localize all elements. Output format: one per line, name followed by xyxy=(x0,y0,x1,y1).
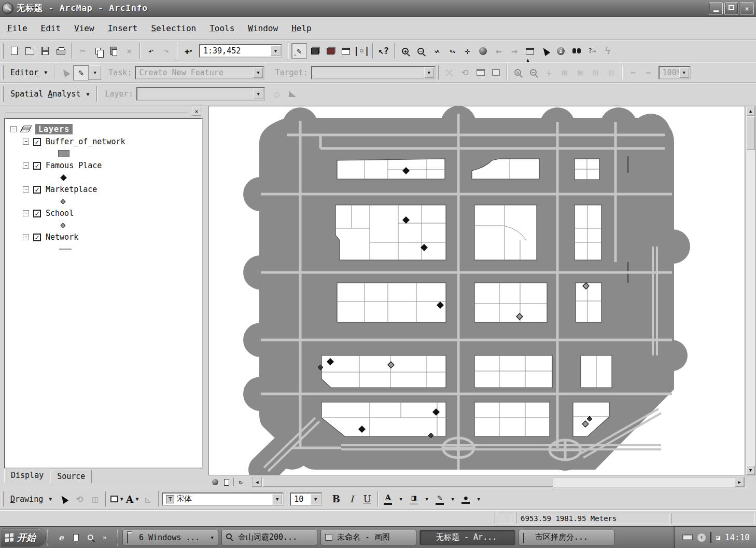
find-icon[interactable] xyxy=(569,43,584,59)
pan-icon[interactable]: ✛ xyxy=(460,43,475,59)
layer-name[interactable]: Network xyxy=(46,232,78,242)
font-size-combo[interactable]: 10 ▼ xyxy=(290,492,322,506)
layer-checkbox[interactable]: ✓ xyxy=(33,162,41,170)
font-color-dropdown-icon[interactable]: ▼ xyxy=(395,491,407,507)
map-canvas[interactable] xyxy=(208,106,745,475)
layer-name[interactable]: Marketplace xyxy=(46,185,97,194)
toc-layer-buffer[interactable]: − ✓ Buffer_of_network xyxy=(23,135,202,148)
map-vertical-scrollbar[interactable]: ▲ ▼ xyxy=(746,106,755,475)
start-button[interactable]: 开始 xyxy=(1,529,45,546)
scroll-up-icon[interactable]: ▲ xyxy=(746,106,755,116)
marker-color-dropdown-icon[interactable]: ▼ xyxy=(472,491,485,507)
menu-help[interactable]: Help xyxy=(291,23,312,33)
taskbar-task-arcmap-active[interactable]: 无标题 - Ar... xyxy=(419,530,515,545)
print-icon[interactable] xyxy=(53,43,68,59)
volume-icon[interactable]: ◪ xyxy=(716,533,720,541)
italic-button[interactable]: I xyxy=(344,491,359,507)
collapse-icon[interactable]: − xyxy=(23,139,29,145)
refresh-view-icon[interactable]: ↻ xyxy=(236,477,245,487)
hyperlink-icon[interactable]: ϟ xyxy=(600,43,615,59)
taskbar-task-windows-group[interactable]: 6 Windows ... ▼ xyxy=(122,530,218,545)
menu-selection[interactable]: Selection xyxy=(151,23,196,33)
restore-button[interactable] xyxy=(724,2,738,15)
toolbar-grip[interactable] xyxy=(2,65,4,79)
font-dropdown-icon[interactable]: ▼ xyxy=(272,494,282,504)
layer-name[interactable]: School xyxy=(46,209,74,218)
internet-explorer-icon[interactable]: e xyxy=(56,532,66,543)
toolbar-grip[interactable] xyxy=(2,43,4,58)
fixed-zoom-out-icon[interactable]: ↖↘ xyxy=(444,43,460,59)
map-horizontal-scrollbar[interactable]: ◀ ▶ xyxy=(252,477,745,487)
open-icon[interactable] xyxy=(22,43,37,59)
zoom-in-icon[interactable]: + xyxy=(398,43,413,59)
font-color-button[interactable]: A xyxy=(381,491,395,507)
toc-layer-school[interactable]: − ✓ School xyxy=(23,207,202,220)
tab-source[interactable]: Source xyxy=(50,470,92,483)
layer-name[interactable]: Buffer_of_network xyxy=(46,137,125,146)
go-back-extent-icon[interactable]: ← xyxy=(491,43,507,59)
layer-checkbox[interactable]: ✓ xyxy=(33,138,41,146)
document-shortcut-icon[interactable] xyxy=(71,532,81,543)
toc-close-icon[interactable]: ✕ xyxy=(192,107,201,116)
collapse-icon[interactable]: − xyxy=(23,210,29,216)
paste-icon[interactable] xyxy=(106,43,121,59)
menu-file[interactable]: File xyxy=(7,23,27,33)
full-extent-icon[interactable] xyxy=(475,43,491,59)
network-line-symbol[interactable] xyxy=(59,249,72,250)
identify-icon[interactable]: i xyxy=(553,43,569,59)
select-features-icon[interactable] xyxy=(522,43,538,59)
toc-layer-marketplace[interactable]: − ✓ Marketplace xyxy=(23,183,202,196)
toc-layer-network[interactable]: − ✓ Network xyxy=(23,231,202,243)
spatial-analyst-menu-button[interactable]: Spatial Analyst ▼ xyxy=(6,86,94,102)
minimize-button[interactable] xyxy=(709,2,723,15)
layer-checkbox[interactable]: ✓ xyxy=(33,210,41,217)
select-elements-pointer-icon[interactable] xyxy=(56,491,72,507)
command-window-icon[interactable] xyxy=(338,43,354,59)
sketch-tool-dropdown-icon[interactable]: ▼ xyxy=(89,65,101,80)
layer-name[interactable]: Famous Place xyxy=(46,161,102,170)
marker-color-icon[interactable]: ● xyxy=(459,491,472,507)
arcmap-shortcut-icon[interactable] xyxy=(85,532,95,543)
school-symbol[interactable] xyxy=(61,223,66,228)
arctoolbox-icon[interactable] xyxy=(323,43,338,59)
famous-place-symbol[interactable] xyxy=(60,174,67,181)
underline-button[interactable]: U xyxy=(359,491,375,507)
bold-button[interactable]: B xyxy=(328,491,344,507)
arccatalog-icon[interactable] xyxy=(307,43,323,59)
measure-icon[interactable]: ?⇢ xyxy=(584,43,600,59)
vertical-scroll-thumb[interactable] xyxy=(746,117,755,150)
editor-sketch-icon[interactable]: ✎∴ xyxy=(291,43,307,59)
fill-color-bucket-icon[interactable]: ◨ xyxy=(407,491,421,507)
toc-layer-famous-place[interactable]: − ✓ Famous Place xyxy=(23,159,202,172)
cut-icon[interactable]: ✂ xyxy=(75,43,90,59)
sketch-tool-pencil-icon[interactable]: ✎ xyxy=(73,65,89,80)
menu-tools[interactable]: Tools xyxy=(209,23,234,33)
menu-window[interactable]: Window xyxy=(248,23,278,33)
shape-rectangle-icon[interactable]: ▼ xyxy=(109,491,124,507)
menu-view[interactable]: View xyxy=(74,23,94,33)
editor-menu-button[interactable]: Editor ▼ xyxy=(6,65,51,80)
collapse-icon[interactable]: − xyxy=(10,126,17,132)
redo-icon[interactable]: ↷ xyxy=(159,43,174,59)
taskbar-task-dictionary[interactable]: 金山词霸200... xyxy=(221,530,317,545)
collapse-icon[interactable]: − xyxy=(23,186,29,193)
edit-tool-arrow-icon[interactable] xyxy=(58,65,73,80)
scroll-down-icon[interactable]: ▼ xyxy=(746,465,755,475)
toc-root-label[interactable]: Layers xyxy=(35,124,73,134)
new-document-icon[interactable] xyxy=(6,43,22,59)
toolbar-grip[interactable] xyxy=(2,86,4,101)
menu-edit[interactable]: Edit xyxy=(41,23,61,33)
map-scale-combo[interactable]: 1:39,452 ▼ xyxy=(199,44,282,58)
font-combo[interactable]: T 宋体 ▼ xyxy=(162,492,284,506)
layer-checkbox[interactable]: ✓ xyxy=(33,234,41,241)
whats-this-icon[interactable]: ↖? xyxy=(376,43,391,59)
quick-launch-overflow-chevron-icon[interactable]: » xyxy=(100,532,110,543)
new-text-icon[interactable]: A▼ xyxy=(124,491,140,507)
drawing-menu-button[interactable]: Drawing ▼ xyxy=(6,491,56,507)
toolbar-grip[interactable] xyxy=(2,491,4,506)
layer-checkbox[interactable]: ✓ xyxy=(33,186,41,194)
delete-icon[interactable]: ✕ xyxy=(121,43,137,59)
scroll-left-icon[interactable]: ◀ xyxy=(253,477,262,487)
collapse-icon[interactable]: − xyxy=(23,162,29,169)
fixed-zoom-in-icon[interactable]: ↘↖ xyxy=(429,43,444,59)
